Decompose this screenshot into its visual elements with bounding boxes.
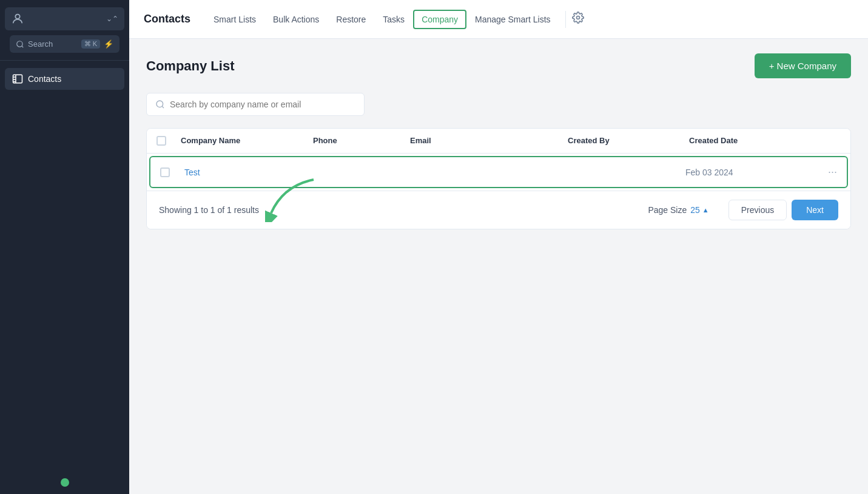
topbar: Contacts Smart Lists Bulk Actions Restor… [129,0,868,39]
tab-tasks[interactable]: Tasks [374,10,413,29]
gear-icon[interactable] [572,12,584,27]
tab-manage-smart-lists[interactable]: Manage Smart Lists [466,10,559,29]
next-button[interactable]: Next [792,200,838,220]
tab-company[interactable]: Company [413,10,466,29]
col-phone: Phone [313,136,410,146]
chevron-up-icon: ▲ [702,206,709,214]
row-checkbox[interactable] [160,167,184,177]
sidebar-item-label: Contacts [28,74,61,84]
page-header: Company List + New Company [146,53,851,78]
sidebar-search-label: Search [28,39,53,49]
col-company-name: Company Name [181,136,313,146]
page-size-selector[interactable]: 25 ▲ [690,205,708,215]
search-bar [146,93,365,116]
page-section-title: Contacts [144,13,190,25]
table-row: Test Feb 03 2024 ··· [149,156,848,188]
new-company-button[interactable]: + New Company [755,53,851,78]
topbar-divider [565,11,566,28]
search-icon [16,40,24,49]
page-size-label: Page Size [648,205,687,215]
person-icon [11,12,24,25]
col-email: Email [410,136,568,146]
company-table: Company Name Phone Email Created By Crea… [146,128,851,229]
svg-line-10 [162,106,164,108]
previous-button[interactable]: Previous [728,200,787,220]
svg-line-2 [22,46,24,47]
topbar-nav: Smart Lists Bulk Actions Restore Tasks C… [205,10,853,29]
sidebar-account[interactable]: ⌄⌃ [5,7,124,30]
sidebar: ⌄⌃ Search ⌘ K ⚡ Contacts [0,0,129,494]
sidebar-item-contacts[interactable]: Contacts [5,68,124,90]
col-created-by: Created By [568,136,689,146]
chevron-up-down-icon: ⌄⌃ [106,15,118,23]
tab-bulk-actions[interactable]: Bulk Actions [264,10,328,29]
lightning-icon: ⚡ [104,39,113,49]
page-title: Company List [146,58,234,74]
page-content: Company List + New Company Company Name … [129,39,868,494]
tab-smart-lists[interactable]: Smart Lists [205,10,264,29]
created-date-cell: Feb 03 2024 [685,167,807,177]
svg-point-0 [15,15,19,19]
svg-point-8 [576,16,579,19]
page-size-value: 25 [690,205,700,215]
row-actions-button[interactable]: ··· [807,166,837,178]
page-size-control: Page Size 25 ▲ [648,205,708,215]
main-content: Contacts Smart Lists Bulk Actions Restor… [129,0,868,494]
pagination-buttons: Previous Next [728,200,838,220]
search-icon [155,100,165,109]
table-header: Company Name Phone Email Created By Crea… [147,129,850,154]
select-all-checkbox[interactable] [156,136,181,146]
svg-point-9 [156,101,163,107]
col-created-date: Created Date [689,136,810,146]
tab-restore[interactable]: Restore [328,10,374,29]
pagination-info: Showing 1 to 1 of 1 results [159,205,259,215]
pagination-footer: Showing 1 to 1 of 1 results Page Size [147,191,850,229]
sidebar-search[interactable]: Search ⌘ K ⚡ [10,35,119,53]
svg-point-1 [17,41,22,46]
search-input[interactable] [170,100,355,109]
status-indicator [61,478,69,487]
sidebar-nav: Contacts [0,61,129,97]
sidebar-top: ⌄⌃ Search ⌘ K ⚡ [0,0,129,61]
contacts-icon [12,73,23,84]
search-cmd-badge: ⌘ K [81,39,100,49]
